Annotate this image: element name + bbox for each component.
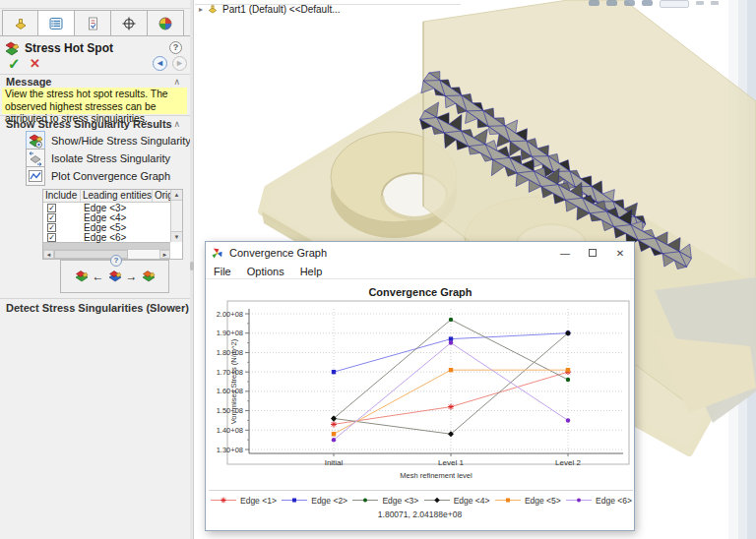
column-header-leading-entities[interactable]: Leading entities	[81, 190, 153, 202]
show-hide-singularity-button[interactable]: Show/Hide Stress Singularity	[26, 131, 191, 150]
group-help-icon[interactable]: ?	[110, 255, 122, 267]
tab-displaymanager[interactable]	[148, 10, 184, 36]
include-checkbox[interactable]: ✓	[47, 233, 56, 242]
scroll-right-icon[interactable]: ►	[159, 250, 170, 259]
next-singularity-icon[interactable]	[142, 270, 156, 283]
table-body: ✓Edge <3>✓Edge <4>✓Edge <5>✓Edge <6>	[43, 203, 170, 242]
forward-arrow-button[interactable]: ►	[172, 56, 187, 71]
legend-label: Edge <2>	[311, 496, 347, 506]
singularity-navigation-group: ? ← →	[60, 260, 169, 293]
window-title: Convergence Graph	[229, 247, 327, 259]
menu-item-options[interactable]: Options	[239, 266, 292, 277]
divider	[0, 298, 190, 299]
table-horizontal-scrollbar[interactable]: ◄ ►	[43, 249, 170, 259]
message-section-header[interactable]: Message	[6, 76, 51, 88]
tree-expand-icon[interactable]: ▸	[199, 5, 203, 14]
svg-text:Level 1: Level 1	[438, 458, 464, 467]
tab-featuremanager[interactable]	[2, 10, 38, 36]
tab-propertymanager[interactable]	[38, 10, 75, 36]
menu-item-help[interactable]: Help	[292, 266, 331, 277]
collapse-chevron-icon[interactable]: ∧	[173, 77, 180, 87]
back-arrow-button[interactable]: ◄	[153, 56, 167, 71]
legend-label: Edge <4>	[454, 496, 490, 506]
view-tool-dropdown[interactable]	[660, 0, 689, 8]
close-button[interactable]: ✕	[606, 242, 634, 264]
view-tool-icon[interactable]	[589, 0, 599, 6]
manager-tabs	[2, 10, 184, 36]
detect-section-header[interactable]: Detect Stress Singularities (Slower)	[6, 302, 189, 314]
feature-tree-flyout[interactable]: ▸ Part1 (Default) <<Default...	[199, 3, 341, 15]
view-tool-icon[interactable]	[642, 0, 653, 6]
splitter-handle[interactable]	[190, 262, 194, 270]
cancel-button[interactable]: ✕	[30, 56, 40, 71]
legend-label: Edge <3>	[382, 496, 418, 506]
svg-text:1.90+08: 1.90+08	[217, 329, 243, 337]
column-header-original[interactable]: Original/In	[153, 190, 170, 202]
maximize-button[interactable]	[579, 242, 606, 264]
results-section-header[interactable]: Show Stress Singularity Results	[6, 118, 172, 130]
collapse-chevron-icon[interactable]: ∧	[173, 119, 180, 129]
plot-convergence-graph-button[interactable]: Plot Convergence Graph	[26, 166, 170, 186]
configuration-icon	[85, 16, 100, 31]
tab-configurationmanager[interactable]	[75, 10, 111, 36]
expand-chevron-icon[interactable]: ∨	[173, 303, 180, 313]
svg-text:Level 2: Level 2	[555, 458, 581, 467]
table-row[interactable]: ✓Edge <3>	[43, 203, 170, 212]
isolate-singularity-button[interactable]: Isolate Stress Singularity	[26, 149, 170, 168]
featuremanager-icon	[13, 16, 29, 31]
view-tool-icon[interactable]	[624, 0, 635, 6]
include-checkbox[interactable]: ✓	[47, 204, 56, 212]
tab-dimxpertmanager[interactable]	[111, 10, 148, 36]
ok-button[interactable]: ✓	[8, 55, 21, 73]
view-tool-icon[interactable]	[711, 1, 719, 5]
show-hide-singularity-icon	[26, 131, 45, 150]
maximize-icon	[589, 249, 597, 257]
svg-text:1.40+08: 1.40+08	[217, 426, 243, 435]
table-vertical-scrollbar[interactable]: ▲ ▼	[170, 190, 182, 242]
svg-text:Von mises Stress (N/m^2): Von mises Stress (N/m^2)	[229, 338, 238, 424]
current-singularity-icon[interactable]	[108, 270, 122, 283]
include-checkbox[interactable]: ✓	[47, 213, 56, 222]
convergence-chart: Convergence Graph1.30+081.40+081.50+081.…	[206, 281, 636, 485]
table-row[interactable]: ✓Edge <6>	[43, 232, 170, 242]
panel-splitter[interactable]	[190, 0, 194, 539]
table-row[interactable]: ✓Edge <5>	[43, 222, 170, 232]
scroll-down-icon[interactable]: ▼	[171, 231, 182, 242]
legend-label: Edge <5>	[525, 496, 561, 506]
minimize-button[interactable]: —	[551, 242, 579, 264]
table-selected-empty-row[interactable]	[43, 242, 170, 249]
entity-label: Edge <6>	[84, 232, 126, 243]
legend-item: Edge <5>	[492, 496, 563, 506]
plot-convergence-graph-icon	[26, 166, 45, 186]
window-menubar: FileOptionsHelp	[206, 264, 634, 279]
propertymanager-icon	[48, 16, 64, 31]
scrollbar-track[interactable]	[54, 250, 159, 259]
arrow-right-icon: →	[126, 270, 138, 283]
isolate-singularity-icon	[26, 149, 45, 168]
table-row[interactable]: ✓Edge <4>	[43, 212, 170, 222]
convergence-graph-window[interactable]: Convergence Graph — ✕ FileOptionsHelp Co…	[205, 241, 635, 531]
panel-top-divider	[0, 8, 190, 9]
part-name-label: Part1 (Default) <<Default...	[222, 4, 341, 15]
scroll-left-icon[interactable]: ◄	[43, 250, 54, 259]
table-header-row: Include Leading entities Original/In	[43, 190, 170, 203]
menu-item-file[interactable]: File	[206, 266, 239, 277]
legend-label: Edge <6>	[596, 496, 632, 506]
part-icon	[207, 3, 219, 15]
tabs-underline	[0, 35, 190, 36]
column-header-include[interactable]: Include	[43, 190, 81, 202]
divider	[0, 115, 190, 116]
previous-singularity-icon[interactable]	[75, 270, 89, 283]
window-titlebar[interactable]: Convergence Graph — ✕	[206, 242, 634, 264]
app-screen: Stress Hot Spot ? ✓ ✕ ◄ ► Message ∧ View…	[0, 0, 756, 539]
heads-up-toolbar[interactable]	[589, 0, 719, 9]
property-manager-panel: Stress Hot Spot ? ✓ ✕ ◄ ► Message ∧ View…	[0, 0, 190, 539]
help-icon[interactable]: ?	[169, 41, 182, 54]
view-tool-icon[interactable]	[606, 0, 617, 6]
scroll-up-icon[interactable]: ▲	[171, 190, 182, 201]
view-tool-icon[interactable]	[696, 1, 704, 5]
stress-hot-spot-icon	[4, 40, 20, 56]
chart-legend: Edge <1>Edge <2>Edge <3>Edge <4>Edge <5>…	[208, 493, 634, 508]
include-checkbox[interactable]: ✓	[47, 223, 56, 232]
dimxpert-crosshair-icon	[121, 16, 137, 31]
